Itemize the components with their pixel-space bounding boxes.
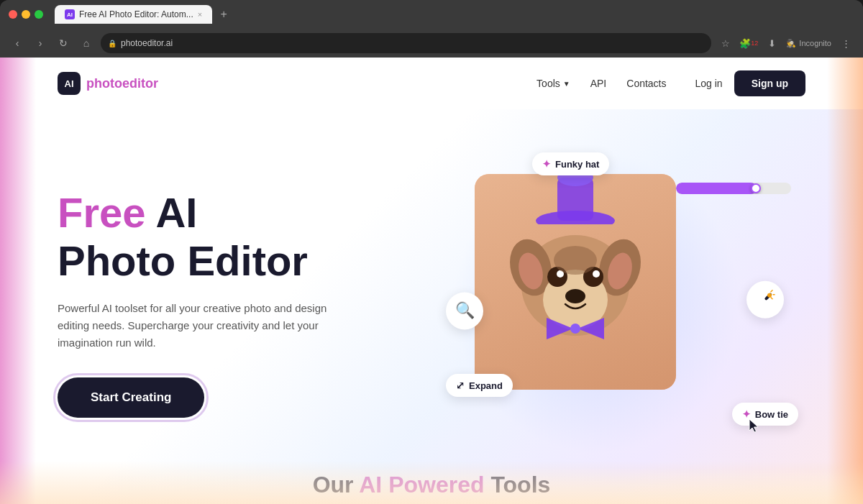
maximize-window-button[interactable] [35, 10, 43, 19]
new-tab-button[interactable]: + [215, 6, 232, 23]
login-button[interactable]: Log in [695, 78, 723, 89]
nav-links: Tools ▼ API Contacts [536, 78, 666, 89]
logo-photo: photo [86, 76, 122, 91]
logo-ai-text: AI [65, 78, 74, 89]
tab-close-button[interactable]: × [198, 10, 202, 19]
our-tools-peek: Our AI Powered Tools [0, 468, 863, 504]
nav-tools[interactable]: Tools ▼ [536, 78, 570, 89]
tab-title: Free AI Photo Editor: Autom... [79, 9, 193, 19]
logo[interactable]: AI photoeditor [58, 72, 158, 95]
svg-point-14 [554, 246, 597, 275]
download-button[interactable]: ⬇ [763, 35, 780, 52]
start-creating-button[interactable]: Start Creating [58, 377, 204, 418]
hero-title: Free AI Photo Editor [58, 189, 417, 285]
browser-titlebar: AI Free AI Photo Editor: Autom... × + [0, 0, 863, 29]
traffic-lights [9, 10, 43, 19]
bow-tie-badge: ✦ Bow tie [732, 403, 798, 426]
browser-toolbar: ‹ › ↻ ⌂ 🔒 photoeditor.ai ☆ 🧩12 ⬇ 🕵️ Inco… [0, 29, 863, 58]
back-button[interactable]: ‹ [9, 35, 26, 52]
menu-button[interactable]: ⋮ [837, 35, 854, 52]
hero-description: Powerful AI toolset for all your creativ… [58, 300, 345, 352]
minimize-window-button[interactable] [22, 10, 30, 19]
hero-section: Free AI Photo Editor Powerful AI toolset… [0, 109, 863, 483]
website-content: AI photoeditor Tools ▼ API Contacts Log … [0, 58, 863, 504]
svg-point-17 [767, 293, 772, 298]
toolbar-right: ☆ 🧩12 ⬇ 🕵️ Incognito ⋮ [717, 35, 854, 52]
tab-bar: AI Free AI Photo Editor: Autom... × + [55, 5, 854, 24]
active-tab[interactable]: AI Free AI Photo Editor: Autom... × [55, 5, 212, 24]
hero-title-free: Free [58, 189, 146, 236]
funky-hat-badge: ✦ Funky hat [532, 152, 609, 175]
browser-window: AI Free AI Photo Editor: Autom... × + ‹ … [0, 0, 863, 504]
svg-point-13 [565, 289, 585, 303]
dog-image [475, 174, 676, 390]
expand-badge: ⤢ Expand [446, 374, 513, 397]
search-widget[interactable]: 🔍 [446, 292, 483, 329]
expand-label: Expand [469, 380, 503, 391]
ai-powered-label: AI Powered [359, 472, 484, 498]
nav-api[interactable]: API [590, 78, 607, 89]
dog-card [475, 174, 676, 390]
close-window-button[interactable] [9, 10, 17, 19]
url-text: photoeditor.ai [121, 38, 173, 48]
slider-thumb [751, 183, 761, 193]
logo-editor: editor [122, 76, 158, 91]
incognito-icon: 🕵️ [786, 39, 796, 48]
hero-title-line2: Photo Editor [58, 237, 308, 284]
hero-left: Free AI Photo Editor Powerful AI toolset… [58, 189, 417, 417]
hero-right: ✦ Funky hat 🔍 ⤢ Expand [417, 131, 805, 476]
forward-button[interactable]: › [32, 35, 49, 52]
expand-icon: ⤢ [456, 380, 465, 391]
purple-hat-overlay [532, 174, 618, 224]
paint-widget[interactable] [746, 281, 784, 319]
signup-button[interactable]: Sign up [734, 70, 805, 96]
svg-point-15 [570, 324, 580, 334]
sparkle-icon: ✦ [542, 158, 551, 170]
incognito-label: Incognito [799, 39, 831, 47]
extensions-button[interactable]: 🧩12 [740, 35, 757, 52]
funky-hat-label: Funky hat [555, 159, 599, 170]
tools-label: Tools [490, 472, 550, 498]
magic-wand-icon [755, 290, 775, 310]
reload-button[interactable]: ↻ [55, 35, 72, 52]
incognito-button[interactable]: 🕵️ Incognito [786, 39, 831, 48]
logo-icon: AI [58, 72, 81, 95]
purple-bowtie-overlay [543, 311, 608, 347]
navbar: AI photoeditor Tools ▼ API Contacts Log … [0, 58, 863, 109]
our-tools-text: Our AI Powered Tools [313, 472, 551, 498]
bookmark-button[interactable]: ☆ [717, 35, 734, 52]
nav-contacts[interactable]: Contacts [626, 78, 666, 89]
home-button[interactable]: ⌂ [78, 35, 95, 52]
slider-fill [676, 183, 757, 194]
hero-title-ai: AI [155, 189, 197, 236]
lock-icon: 🔒 [108, 40, 117, 47]
search-zoom-icon: 🔍 [455, 301, 475, 320]
svg-point-12 [593, 270, 600, 278]
nav-actions: Log in Sign up [695, 70, 805, 96]
tab-favicon: AI [65, 9, 75, 19]
address-bar[interactable]: 🔒 photoeditor.ai [101, 33, 711, 53]
chevron-down-icon: ▼ [563, 80, 570, 88]
slider-widget[interactable] [676, 183, 791, 194]
cursor [748, 418, 762, 436]
our-label: Our [313, 472, 354, 498]
logo-text: photoeditor [86, 76, 158, 91]
